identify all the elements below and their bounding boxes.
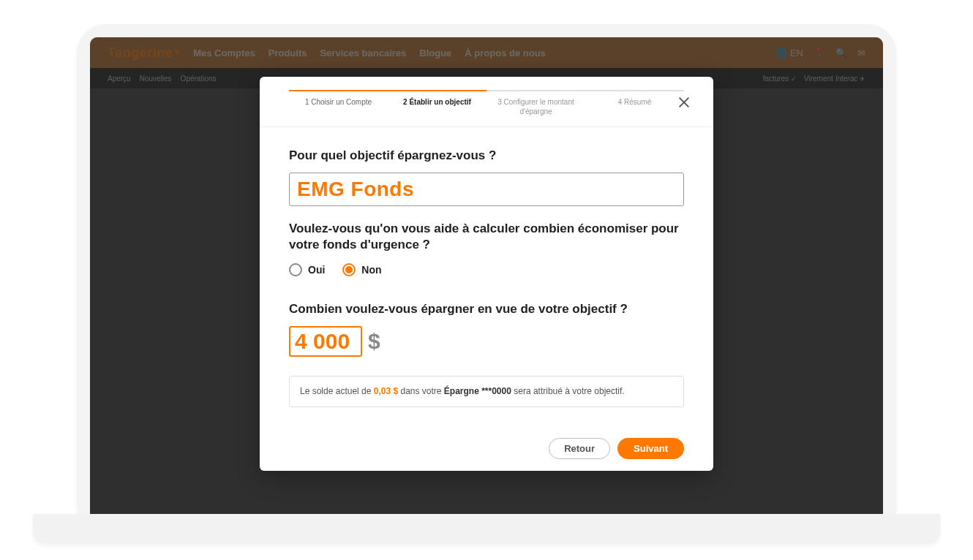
goal-modal: 1 Choisir un Compte 2 Établir un objecti… (260, 77, 713, 471)
close-icon[interactable] (677, 96, 691, 110)
modal-overlay: 1 Choisir un Compte 2 Établir un objecti… (90, 37, 883, 523)
next-button[interactable]: Suivant (617, 438, 684, 459)
radio-no-label: Non (361, 264, 381, 276)
step-4: 4 Résumé (585, 90, 684, 107)
laptop-frame: Tangerine Mes Comptes Produits Services … (77, 24, 896, 536)
modal-footer: Retour Suivant (260, 428, 713, 471)
step-2: 2 Établir un objectif (388, 90, 487, 107)
question-help-label: Voulez-vous qu'on vous aide à calculer c… (289, 221, 684, 253)
currency-symbol: $ (368, 329, 380, 354)
stepper: 1 Choisir un Compte 2 Établir un objecti… (260, 77, 713, 127)
balance-amount: 0,03 $ (374, 386, 398, 396)
balance-info-box: Le solde actuel de 0,03 $ dans votre Épa… (289, 376, 684, 407)
step-3: 3 Configurer le montant d'épargne (487, 90, 585, 116)
radio-circle-icon (342, 263, 356, 276)
modal-body: Pour quel objectif épargnez-vous ? Voule… (260, 127, 713, 428)
account-name: Épargne ***0000 (444, 386, 511, 396)
radio-yes-label: Oui (308, 264, 325, 276)
goal-name-input[interactable] (289, 173, 684, 206)
question-goal-label: Pour quel objectif épargnez-vous ? (289, 148, 684, 164)
step-1: 1 Choisir un Compte (289, 90, 388, 107)
amount-input[interactable] (289, 326, 362, 357)
back-button[interactable]: Retour (549, 438, 610, 459)
laptop-base (33, 514, 940, 543)
radio-no[interactable]: Non (342, 263, 381, 276)
help-radio-group: Oui Non (289, 263, 684, 276)
screen: Tangerine Mes Comptes Produits Services … (90, 37, 883, 523)
radio-yes[interactable]: Oui (289, 263, 325, 276)
question-amount-label: Combien voulez-vous épargner en vue de v… (289, 301, 684, 317)
radio-circle-icon (289, 263, 302, 276)
